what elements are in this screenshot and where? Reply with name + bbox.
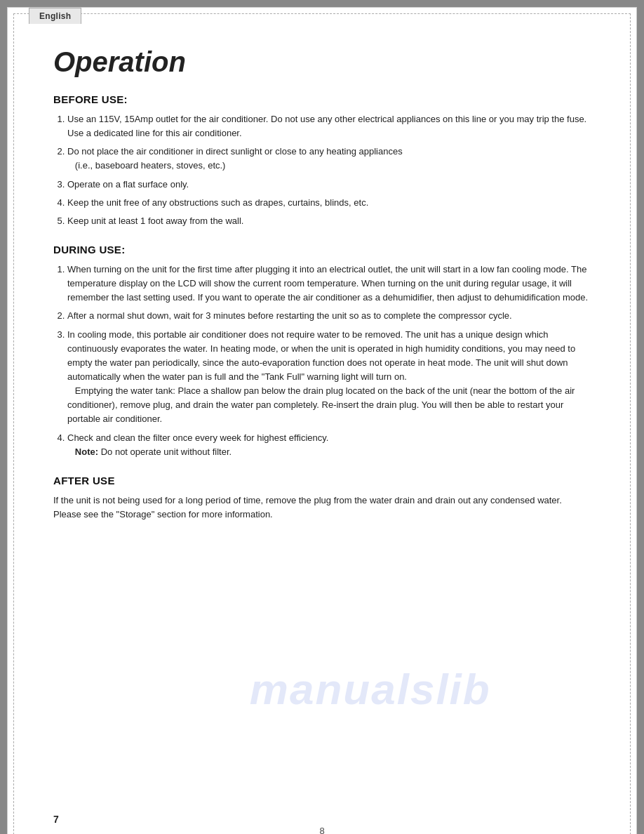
- before-use-heading: BEFORE USE:: [53, 93, 591, 105]
- note-label: Note:: [75, 446, 98, 457]
- bottom-page-number: 8: [8, 826, 636, 834]
- list-item: In cooling mode, this portable air condi…: [67, 328, 591, 427]
- list-item: Operate on a flat surface only.: [67, 178, 591, 192]
- during-use-heading: DURING USE:: [53, 244, 591, 256]
- page-title: Operation: [53, 46, 591, 78]
- list-item: Keep unit at least 1 foot away from the …: [67, 214, 591, 228]
- after-use-section: AFTER USE If the unit is not being used …: [53, 475, 591, 522]
- watermark: manualslib: [250, 664, 491, 714]
- before-use-section: BEFORE USE: Use an 115V, 15Amp outlet fo…: [53, 93, 591, 228]
- page-number: 7: [53, 814, 59, 825]
- list-item: Use an 115V, 15Amp outlet for the air co…: [67, 112, 591, 140]
- page: English Operation BEFORE USE: Use an 115…: [7, 7, 637, 834]
- list-item: After a normal shut down, wait for 3 min…: [67, 309, 591, 323]
- list-item: Keep the unit free of any obstructions s…: [67, 196, 591, 210]
- page-content: Operation BEFORE USE: Use an 115V, 15Amp…: [8, 8, 636, 579]
- language-tab: English: [29, 8, 81, 24]
- before-use-list: Use an 115V, 15Amp outlet for the air co…: [53, 112, 591, 228]
- list-item: Check and clean the filter once every we…: [67, 431, 591, 459]
- list-item: When turning on the unit for the first t…: [67, 263, 591, 305]
- during-use-list: When turning on the unit for the first t…: [53, 263, 591, 459]
- after-use-heading: AFTER USE: [53, 475, 591, 486]
- after-use-body: If the unit is not being used for a long…: [53, 494, 591, 522]
- list-item: Do not place the air conditioner in dire…: [67, 145, 591, 173]
- during-use-section: DURING USE: When turning on the unit for…: [53, 244, 591, 459]
